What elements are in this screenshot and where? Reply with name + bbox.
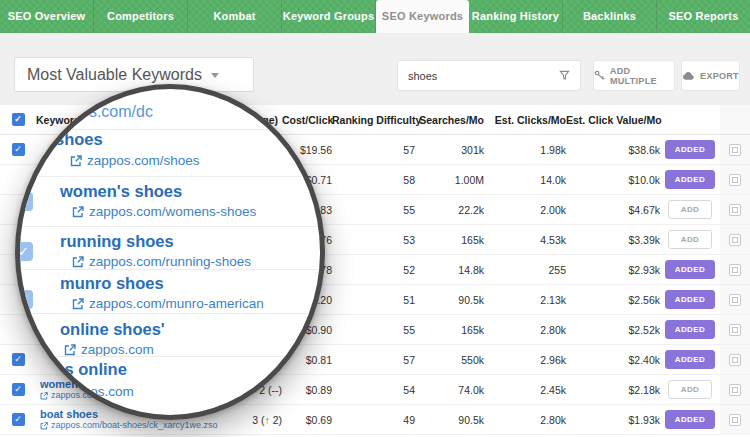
column-header-est-clicks[interactable]: Est. Clicks/Mo [484, 114, 566, 126]
searches-per-month-value: 165k [415, 324, 484, 336]
tab-seo-reports[interactable]: SEO Reports [657, 0, 750, 33]
row-options-icon[interactable] [729, 354, 741, 366]
add-multiple-button[interactable]: ADD MULTIPLE [593, 60, 675, 91]
chevron-down-icon [211, 73, 219, 78]
add-keyword-button[interactable]: ADD [668, 230, 712, 249]
est-clicks-value: 2.96k [484, 354, 566, 366]
magnified-keyword-url[interactable]: zappos.com/womens-shoes [72, 204, 256, 219]
row-options-icon[interactable] [729, 234, 741, 246]
add-keyword-button[interactable]: ADDED [665, 290, 715, 309]
add-keyword-button[interactable]: ADD [668, 380, 712, 399]
est-click-value-value: $2.93k [566, 264, 660, 276]
est-click-value-value: $2.40k [566, 354, 660, 366]
row-options-icon[interactable] [729, 294, 741, 306]
add-keyword-button[interactable]: ADDED [665, 260, 715, 279]
magnified-keyword-link[interactable]: shoes [55, 130, 103, 149]
search-input[interactable]: shoes [397, 60, 581, 91]
ranking-difficulty-value: 53 [332, 234, 415, 246]
tab-competitors[interactable]: Competitors [94, 0, 188, 33]
searches-per-month-value: 74.0k [415, 384, 484, 396]
view-selector-dropdown[interactable]: Most Valuable Keywords [14, 57, 254, 92]
column-header-cost-per-click[interactable]: Cost/Click [282, 114, 332, 126]
add-keyword-button[interactable]: ADDED [665, 140, 715, 159]
column-header-ranking-difficulty[interactable]: Ranking Difficulty [332, 114, 415, 126]
divider [20, 176, 320, 177]
searches-per-month-value: 550k [415, 354, 484, 366]
column-header-est-click-value[interactable]: Est. Click Value/Mo [566, 114, 660, 126]
row-options-icon[interactable] [729, 204, 741, 216]
row-options-icon[interactable] [729, 324, 741, 336]
magnified-keyword-url[interactable]: zappos.com/shoes [70, 153, 200, 168]
magnified-row-checkbox[interactable]: ✓ [15, 242, 33, 261]
est-clicks-value: 4.53k [484, 234, 566, 246]
est-click-value-value: $2.52k [566, 324, 660, 336]
searches-per-month-value: 301k [415, 144, 484, 156]
searches-per-month-value: 22.2k [415, 204, 484, 216]
est-click-value-value: $4.67k [566, 204, 660, 216]
magnified-keyword-url[interactable]: zappos.com [64, 342, 154, 357]
row-options-icon[interactable] [729, 174, 741, 186]
row-checkbox[interactable]: ✓ [12, 353, 25, 366]
external-link-icon [72, 256, 84, 268]
est-clicks-value: 2.45k [484, 384, 566, 396]
searches-per-month-value: 90.5k [415, 294, 484, 306]
magnified-keyword-link[interactable]: running shoes [60, 232, 174, 251]
est-clicks-value: 255 [484, 264, 566, 276]
magnified-keyword-url[interactable]: zappos.com/running-shoes [72, 254, 251, 269]
key-icon [594, 70, 605, 81]
divider [20, 356, 320, 357]
tab-keyword-groups[interactable]: Keyword Groups [282, 0, 376, 33]
row-checkbox[interactable]: ✓ [12, 383, 25, 396]
add-keyword-button[interactable]: ADDED [665, 320, 715, 339]
searches-per-month-value: 14.8k [415, 264, 484, 276]
external-link-icon [72, 298, 84, 310]
tab-bar: SEO OverviewCompetitorsKombatKeyword Gro… [0, 0, 750, 33]
tab-ranking-history[interactable]: Ranking History [469, 0, 563, 33]
est-clicks-value: 1.98k [484, 144, 566, 156]
filter-icon[interactable] [559, 70, 570, 81]
est-clicks-value: 14.0k [484, 174, 566, 186]
row-checkbox[interactable]: ✓ [12, 413, 25, 426]
cloud-icon [682, 71, 695, 81]
add-keyword-button[interactable]: ADDED [665, 170, 715, 189]
search-value: shoes [408, 70, 559, 82]
export-button[interactable]: EXPORT [681, 60, 740, 91]
external-link-icon [72, 206, 84, 218]
divider [20, 313, 320, 314]
ranking-difficulty-value: 52 [332, 264, 415, 276]
select-all-checkbox[interactable]: ✓ [12, 113, 25, 126]
tab-seo-overview[interactable]: SEO Overview [0, 0, 94, 33]
tab-backlinks[interactable]: Backlinks [563, 0, 657, 33]
cost-per-click-value: $0.69 [282, 414, 332, 426]
row-options-icon[interactable] [729, 414, 741, 426]
add-keyword-button[interactable]: ADD [668, 200, 712, 219]
row-checkbox[interactable]: ✓ [12, 143, 25, 156]
external-link-icon [40, 392, 48, 400]
magnified-keyword-link[interactable]: munro shoes [60, 274, 164, 293]
magnified-keyword-link[interactable]: online shoes' [60, 320, 165, 339]
column-header-searches-per-month[interactable]: Searches/Mo [415, 114, 484, 126]
row-options-icon[interactable] [729, 264, 741, 276]
row-options-icon[interactable] [729, 144, 741, 156]
ranking-difficulty-value: 58 [332, 174, 415, 186]
export-label: EXPORT [700, 71, 739, 81]
tab-seo-keywords[interactable]: SEO Keywords [376, 0, 469, 33]
rank-change-value: 3 (↑ 2) [240, 414, 282, 426]
ranking-difficulty-value: 55 [332, 204, 415, 216]
cost-per-click-value: $0.89 [282, 384, 332, 396]
tab-kombat[interactable]: Kombat [188, 0, 282, 33]
add-keyword-button[interactable]: ADDED [665, 410, 715, 429]
row-options-icon[interactable] [729, 384, 741, 396]
keyword-url[interactable]: zappos.com/boat-shoes/ck_xarcy1we.zso [40, 420, 240, 431]
ranking-difficulty-value: 57 [332, 354, 415, 366]
magnified-keyword-url[interactable]: zappos.com/munro-american [72, 296, 264, 311]
toolbar: Most Valuable Keywords shoes ADD MULTIPL… [0, 33, 750, 105]
add-keyword-button[interactable]: ADDED [665, 350, 715, 369]
searches-per-month-value: 90.5k [415, 414, 484, 426]
external-link-icon [64, 344, 76, 356]
ranking-difficulty-value: 57 [332, 144, 415, 156]
magnified-keyword-link[interactable]: women's shoes [60, 182, 182, 201]
est-clicks-value: 2.80k [484, 414, 566, 426]
external-link-icon [40, 422, 48, 430]
divider [20, 269, 320, 270]
